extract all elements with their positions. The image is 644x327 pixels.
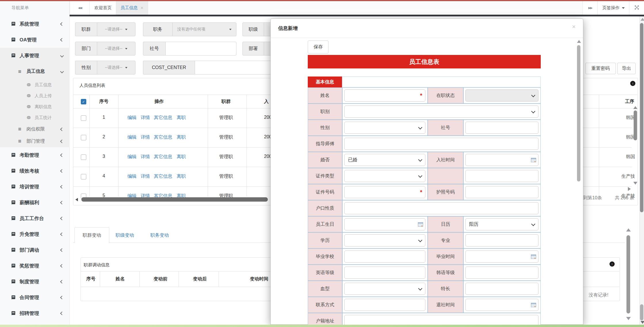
collapse-panel-button[interactable]: ↑ — [609, 261, 615, 267]
sidebar-item-部门调动[interactable]: 部门调动 — [0, 242, 70, 258]
filter-input-社号[interactable] — [165, 42, 236, 56]
action-link-详情[interactable]: 详情 — [141, 115, 150, 121]
bottom-tab-职群变动[interactable]: 职群变动 — [74, 227, 109, 243]
page-scrollbar-thumb[interactable] — [640, 23, 643, 212]
sidebar-item-制度管理[interactable]: 制度管理 — [0, 274, 70, 290]
close-icon[interactable]: ✕ — [572, 24, 576, 30]
sidebar-item-培训管理[interactable]: 培训管理 — [0, 179, 70, 195]
scroll-up-arrow-icon[interactable] — [633, 106, 637, 109]
sidebar-item-薪酬福利[interactable]: 薪酬福利 — [0, 195, 70, 211]
field-韩语等级-input[interactable] — [465, 267, 538, 279]
sidebar-item-绩效考核[interactable]: 绩效考核 — [0, 163, 70, 179]
filter-select-性别[interactable]: --请选择-- — [97, 61, 135, 74]
action-link-编辑[interactable]: 编辑 — [127, 154, 137, 160]
sidebar-item-招聘管理[interactable]: 招聘管理 — [0, 305, 70, 321]
tab-welcome-home[interactable]: 欢迎首页 — [89, 1, 116, 15]
calendar-icon[interactable] — [531, 303, 536, 307]
field-户口性质-input[interactable] — [344, 202, 538, 214]
field-员工生日-date-input[interactable] — [344, 218, 425, 230]
tab-close-icon[interactable]: ✕ — [140, 6, 144, 10]
action-link-详情[interactable]: 详情 — [141, 173, 150, 179]
save-button[interactable]: 保存 — [308, 41, 328, 53]
field-社号-input[interactable] — [465, 122, 538, 134]
tabs-scroll-right-button[interactable]: ▶▶ — [582, 1, 598, 15]
action-link-其它信息[interactable]: 其它信息 — [154, 154, 172, 160]
action-link-编辑[interactable]: 编辑 — [127, 134, 137, 140]
action-link-离职[interactable]: 离职 — [177, 134, 186, 140]
field-护照号码-input[interactable] — [465, 186, 538, 198]
field-联系方式-input[interactable] — [344, 299, 425, 311]
row-checkbox[interactable] — [81, 135, 86, 140]
field-职别-select[interactable] — [344, 106, 538, 118]
action-link-离职[interactable]: 离职 — [177, 173, 186, 179]
field-性别-select[interactable] — [344, 122, 425, 134]
row-checkbox[interactable] — [81, 174, 86, 179]
field-专业-input[interactable] — [465, 234, 538, 246]
scroll-left-arrow-icon[interactable] — [75, 198, 78, 201]
field-证件类型-select[interactable] — [344, 170, 425, 182]
sidebar-item-员工统计[interactable]: ⚙ ⚙员工统计 — [0, 112, 70, 123]
scroll-right-arrow-icon[interactable] — [628, 187, 631, 191]
bottom-tab-职务变动[interactable]: 职务变动 — [150, 232, 169, 238]
row-checkbox[interactable] — [81, 154, 86, 160]
page-scroll-down-icon[interactable] — [641, 321, 644, 324]
field-退社时间-date-input[interactable] — [465, 299, 538, 311]
collapse-panel-button[interactable]: ↑ — [630, 81, 635, 86]
scroll-up-arrow-icon[interactable] — [577, 40, 581, 43]
field-指导师傅-input[interactable] — [344, 138, 538, 150]
sidebar-item-合同管理[interactable]: 合同管理 — [0, 290, 70, 305]
sidebar-item-OA管理[interactable]: OA管理 — [0, 32, 70, 48]
scroll-up-arrow-icon[interactable] — [626, 228, 631, 232]
sidebar-item-员工信息[interactable]: ≡员工信息 — [0, 64, 70, 79]
field-日历-select[interactable]: 阳历 — [465, 218, 538, 230]
sidebar-item-员工工作台[interactable]: 员工工作台 — [0, 211, 70, 226]
sidebar-item-奖惩管理[interactable]: 奖惩管理 — [0, 258, 70, 274]
scroll-down-arrow-icon[interactable] — [633, 182, 637, 185]
field-特长-input[interactable] — [465, 283, 538, 295]
action-link-离职[interactable]: 离职 — [177, 115, 186, 121]
sidebar-item-岗位权限[interactable]: ≡岗位权限 — [0, 123, 70, 135]
sidebar-item-人事管理[interactable]: 人事管理 — [0, 48, 70, 64]
action-link-其它信息[interactable]: 其它信息 — [154, 173, 172, 179]
action-link-详情[interactable]: 详情 — [141, 154, 150, 160]
sidebar-item-考勤管理[interactable]: 考勤管理 — [0, 147, 70, 163]
reset-password-button[interactable]: 重置密码 — [585, 63, 616, 74]
field-毕业时间-date-input[interactable] — [465, 250, 538, 263]
field-在职状态-select[interactable] — [465, 89, 538, 102]
tab-operations-dropdown[interactable]: 页签操作 — [597, 1, 630, 15]
calendar-icon[interactable] — [531, 158, 536, 162]
bottom-vscrollbar-thumb[interactable] — [626, 235, 630, 313]
modal-scrollbar-thumb[interactable] — [577, 45, 580, 181]
sidebar-item-人员上传[interactable]: ⚙ ⚙人员上传 — [0, 90, 70, 101]
row-checkbox[interactable] — [81, 115, 86, 121]
sidebar-item-部门管理[interactable]: ≡部门管理 — [0, 135, 70, 147]
sidebar-item-离职信息[interactable]: ⚙ ⚙离职信息 — [0, 101, 70, 112]
action-link-详情[interactable]: 详情 — [141, 134, 150, 140]
tab-employee-info[interactable]: 员工信息✕ — [116, 1, 148, 15]
calendar-icon[interactable] — [531, 254, 536, 259]
field-毕业学校-input[interactable] — [344, 250, 425, 263]
field-unlabeled-input[interactable] — [465, 170, 538, 182]
secondary-scrollbar-thumb[interactable] — [640, 304, 643, 320]
filter-select-部门[interactable]: --请选择-- — [97, 42, 135, 56]
fullscreen-button[interactable] — [629, 1, 644, 15]
action-link-编辑[interactable]: 编辑 — [127, 115, 137, 121]
select-all-checkbox[interactable]: ✓ — [81, 99, 86, 104]
calendar-icon[interactable] — [418, 222, 423, 227]
field-英语等级-input[interactable] — [344, 267, 425, 279]
field-姓名-input[interactable]: * — [344, 89, 425, 102]
tabs-scroll-left-button[interactable]: ◀◀ — [70, 1, 90, 15]
sidebar-item-员工信息[interactable]: ⚙ ⚙员工信息 — [0, 79, 70, 90]
filter-select-职群[interactable]: --请选择-- — [97, 22, 135, 36]
bottom-tab-职级变动[interactable]: 职级变动 — [116, 232, 134, 238]
field-婚否-select[interactable]: 已婚 — [344, 154, 425, 166]
action-link-编辑[interactable]: 编辑 — [127, 173, 137, 179]
page-scroll-up-icon[interactable] — [641, 18, 644, 21]
action-link-离职[interactable]: 离职 — [177, 154, 186, 160]
sidebar-item-升免管理[interactable]: 升免管理 — [0, 226, 70, 242]
field-学历-select[interactable] — [344, 234, 425, 246]
field-血型-select[interactable] — [344, 283, 425, 295]
filter-select-职务[interactable]: 没有选中任何项 — [172, 22, 236, 36]
table-vscrollbar-thumb[interactable] — [634, 110, 637, 140]
horizontal-scrollbar-thumb[interactable] — [81, 197, 268, 202]
